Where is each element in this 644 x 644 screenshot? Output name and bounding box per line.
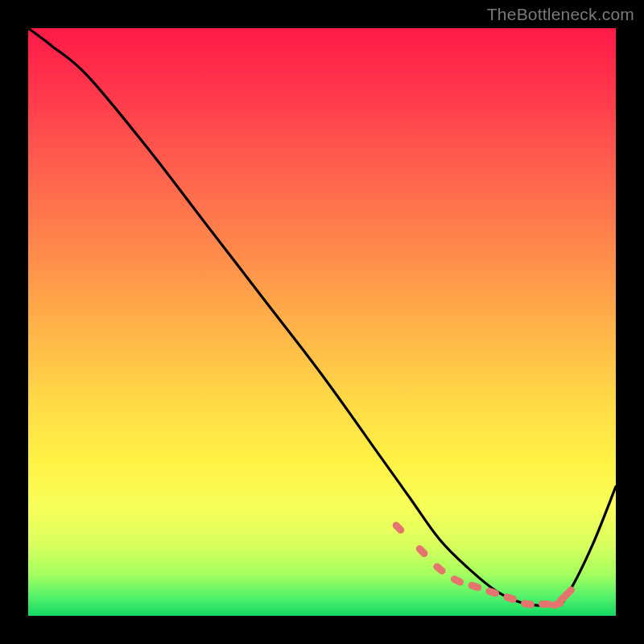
valley-marker: [449, 574, 464, 587]
valley-marker: [502, 592, 518, 604]
chart-svg: [28, 28, 616, 616]
plot-area: [28, 28, 616, 616]
valley-marker: [520, 600, 535, 609]
valley-marker: [391, 520, 406, 535]
chart-frame: TheBottleneck.com: [0, 0, 644, 644]
valley-marker: [467, 581, 482, 592]
valley-marker: [415, 544, 429, 559]
curve-group: [28, 28, 616, 605]
watermark-text: TheBottleneck.com: [487, 5, 634, 24]
valley-markers: [391, 520, 576, 609]
valley-marker: [539, 601, 552, 608]
valley-marker: [432, 562, 448, 576]
bottleneck-curve: [28, 28, 616, 605]
